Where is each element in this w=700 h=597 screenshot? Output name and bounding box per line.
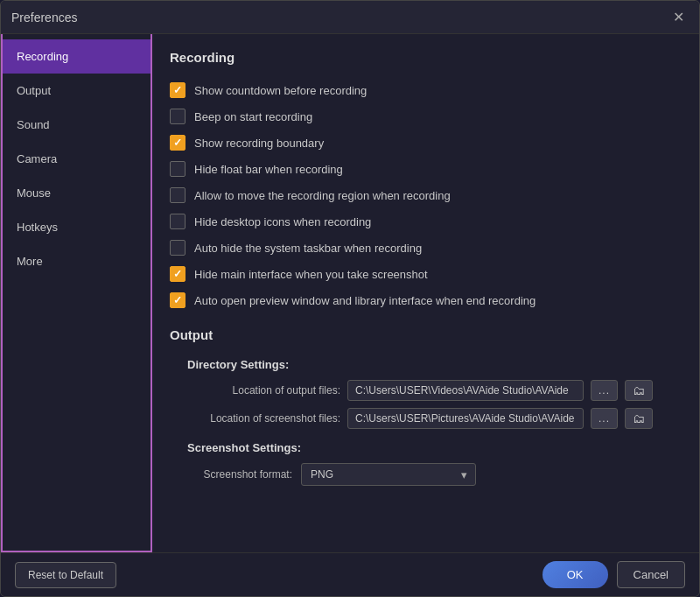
reset-button[interactable]: Reset to Default (15, 562, 116, 588)
sidebar-item-mouse[interactable]: Mouse (3, 176, 150, 210)
ok-button[interactable]: OK (542, 561, 608, 588)
output-section: Output Directory Settings: Location of o… (170, 327, 682, 486)
checkbox-float-bar-label: Hide float bar when recording (194, 163, 343, 176)
output-files-label: Location of output files: (187, 384, 340, 397)
checkbox-auto-open-label: Auto open preview window and library int… (194, 294, 536, 307)
screenshot-files-folder-button[interactable]: 🗂 (625, 408, 653, 429)
sidebar-item-sound[interactable]: Sound (3, 108, 150, 142)
format-select[interactable]: PNG JPG BMP GIF (301, 463, 476, 486)
checkbox-row-auto-open: Auto open preview window and library int… (170, 292, 682, 308)
close-button[interactable]: ✕ (668, 7, 689, 28)
checkbox-taskbar-label: Auto hide the system taskbar when record… (194, 242, 422, 255)
main-content: Recording Output Sound Camera Mouse Hotk… (1, 34, 699, 552)
content-area: Recording Show countdown before recordin… (152, 34, 699, 552)
checkbox-taskbar[interactable] (170, 240, 186, 256)
screenshot-settings-title: Screenshot Settings: (187, 441, 682, 454)
output-files-input[interactable]: C:\Users\USER\Videos\AVAide Studio\AVAid… (347, 380, 584, 401)
checkbox-row-boundary: Show recording boundary (170, 135, 682, 151)
checkbox-row-move-region: Allow to move the recording region when … (170, 187, 682, 203)
checkbox-beep[interactable] (170, 109, 186, 124)
output-files-row: Location of output files: C:\Users\USER\… (187, 380, 682, 401)
sidebar-item-hotkeys[interactable]: Hotkeys (3, 210, 150, 244)
screenshot-files-row: Location of screenshot files: C:\Users\U… (187, 408, 682, 429)
output-section-title: Output (170, 327, 682, 348)
checkbox-auto-open[interactable] (170, 292, 186, 308)
screenshot-files-dots-button[interactable]: ... (591, 408, 618, 429)
checkbox-move-region-label: Allow to move the recording region when … (194, 189, 451, 202)
output-files-dots-button[interactable]: ... (591, 380, 618, 401)
checkbox-desktop-icons-label: Hide desktop icons when recording (194, 215, 371, 228)
checkbox-hide-main-label: Hide main interface when you take screen… (194, 268, 428, 281)
sidebar-item-camera[interactable]: Camera (3, 142, 150, 176)
sidebar: Recording Output Sound Camera Mouse Hotk… (1, 34, 152, 552)
checkbox-row-desktop-icons: Hide desktop icons when recording (170, 214, 682, 229)
screenshot-files-label: Location of screenshot files: (187, 412, 340, 425)
checkbox-row-float-bar: Hide float bar when recording (170, 161, 682, 177)
sidebar-item-more[interactable]: More (3, 244, 150, 278)
sidebar-item-output[interactable]: Output (3, 74, 150, 108)
checkbox-float-bar[interactable] (170, 161, 186, 177)
cancel-button[interactable]: Cancel (617, 561, 685, 588)
footer: Reset to Default OK Cancel (1, 552, 699, 596)
directory-settings-title: Directory Settings: (187, 358, 682, 371)
title-bar: Preferences ✕ (1, 1, 699, 34)
footer-right: OK Cancel (542, 561, 685, 588)
checkbox-move-region[interactable] (170, 187, 186, 203)
directory-settings: Directory Settings: Location of output f… (187, 358, 682, 429)
checkbox-boundary[interactable] (170, 135, 186, 151)
format-label: Screenshot format: (187, 468, 292, 481)
screenshot-settings: Screenshot Settings: Screenshot format: … (187, 441, 682, 486)
checkbox-countdown-label: Show countdown before recording (194, 84, 367, 97)
sidebar-item-recording[interactable]: Recording (3, 39, 150, 74)
checkbox-row-countdown: Show countdown before recording (170, 82, 682, 98)
checkbox-countdown[interactable] (170, 82, 186, 98)
checkbox-boundary-label: Show recording boundary (194, 137, 324, 150)
checkbox-row-taskbar: Auto hide the system taskbar when record… (170, 240, 682, 256)
format-select-wrapper: PNG JPG BMP GIF (301, 463, 476, 486)
checkbox-row-beep: Beep on start recording (170, 109, 682, 124)
checkbox-desktop-icons[interactable] (170, 214, 186, 229)
checkbox-beep-label: Beep on start recording (194, 110, 312, 123)
dialog-title: Preferences (11, 11, 77, 25)
output-files-folder-button[interactable]: 🗂 (625, 380, 653, 401)
checkbox-row-hide-main: Hide main interface when you take screen… (170, 266, 682, 282)
preferences-dialog: Preferences ✕ Recording Output Sound Cam… (0, 0, 700, 597)
format-row: Screenshot format: PNG JPG BMP GIF (187, 463, 682, 486)
recording-section-title: Recording (170, 50, 682, 70)
checkbox-hide-main[interactable] (170, 266, 186, 282)
screenshot-files-input[interactable]: C:\Users\USER\Pictures\AVAide Studio\AVA… (347, 408, 584, 429)
